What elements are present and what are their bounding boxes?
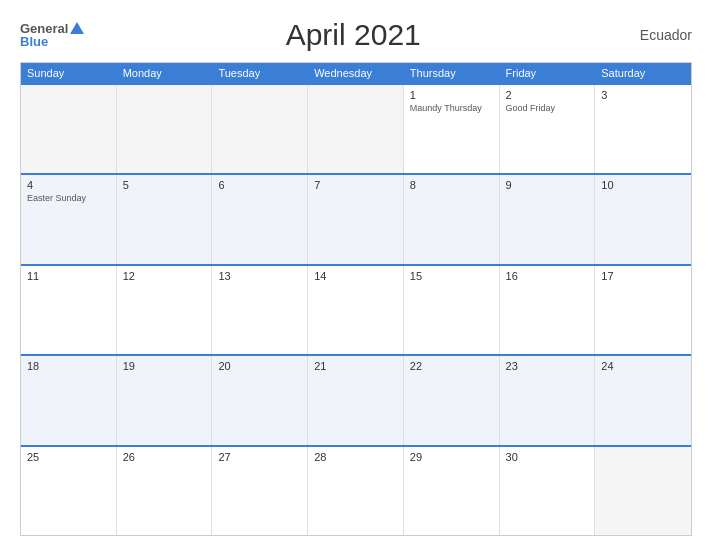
day-number: 7 bbox=[314, 179, 397, 191]
day-number: 27 bbox=[218, 451, 301, 463]
day-number: 20 bbox=[218, 360, 301, 372]
day-headers-row: SundayMondayTuesdayWednesdayThursdayFrid… bbox=[21, 63, 691, 83]
day-number: 11 bbox=[27, 270, 110, 282]
day-cell: 19 bbox=[117, 356, 213, 444]
day-number: 2 bbox=[506, 89, 589, 101]
day-number: 30 bbox=[506, 451, 589, 463]
day-number: 10 bbox=[601, 179, 685, 191]
day-cell bbox=[117, 85, 213, 173]
header: General Blue April 2021 Ecuador bbox=[20, 18, 692, 52]
day-number: 8 bbox=[410, 179, 493, 191]
day-number: 18 bbox=[27, 360, 110, 372]
day-number: 16 bbox=[506, 270, 589, 282]
day-cell bbox=[595, 447, 691, 535]
day-cell: 21 bbox=[308, 356, 404, 444]
week-row: 4Easter Sunday5678910 bbox=[21, 173, 691, 263]
day-cell bbox=[308, 85, 404, 173]
day-cell: 27 bbox=[212, 447, 308, 535]
day-number: 25 bbox=[27, 451, 110, 463]
day-cell: 12 bbox=[117, 266, 213, 354]
week-row: 252627282930 bbox=[21, 445, 691, 535]
day-cell: 16 bbox=[500, 266, 596, 354]
day-cell: 30 bbox=[500, 447, 596, 535]
day-event: Good Friday bbox=[506, 103, 589, 115]
day-cell: 15 bbox=[404, 266, 500, 354]
day-cell: 17 bbox=[595, 266, 691, 354]
day-header: Monday bbox=[117, 63, 213, 83]
day-cell: 29 bbox=[404, 447, 500, 535]
day-number: 1 bbox=[410, 89, 493, 101]
day-number: 21 bbox=[314, 360, 397, 372]
calendar-grid: SundayMondayTuesdayWednesdayThursdayFrid… bbox=[20, 62, 692, 536]
day-number: 28 bbox=[314, 451, 397, 463]
day-cell: 2Good Friday bbox=[500, 85, 596, 173]
week-row: 1Maundy Thursday2Good Friday3 bbox=[21, 83, 691, 173]
day-cell: 26 bbox=[117, 447, 213, 535]
logo-blue-text: Blue bbox=[20, 35, 48, 48]
weeks-container: 1Maundy Thursday2Good Friday34Easter Sun… bbox=[21, 83, 691, 535]
day-cell: 22 bbox=[404, 356, 500, 444]
day-header: Friday bbox=[500, 63, 596, 83]
day-event: Easter Sunday bbox=[27, 193, 110, 205]
day-number: 5 bbox=[123, 179, 206, 191]
day-cell: 1Maundy Thursday bbox=[404, 85, 500, 173]
day-cell: 9 bbox=[500, 175, 596, 263]
day-cell: 5 bbox=[117, 175, 213, 263]
day-header: Sunday bbox=[21, 63, 117, 83]
day-cell: 4Easter Sunday bbox=[21, 175, 117, 263]
calendar-title: April 2021 bbox=[84, 18, 622, 52]
day-number: 6 bbox=[218, 179, 301, 191]
day-number: 3 bbox=[601, 89, 685, 101]
day-number: 13 bbox=[218, 270, 301, 282]
day-number: 22 bbox=[410, 360, 493, 372]
day-cell: 24 bbox=[595, 356, 691, 444]
day-cell: 6 bbox=[212, 175, 308, 263]
day-number: 17 bbox=[601, 270, 685, 282]
day-header: Wednesday bbox=[308, 63, 404, 83]
day-cell: 23 bbox=[500, 356, 596, 444]
week-row: 18192021222324 bbox=[21, 354, 691, 444]
day-number: 26 bbox=[123, 451, 206, 463]
day-cell bbox=[212, 85, 308, 173]
day-cell: 13 bbox=[212, 266, 308, 354]
day-header: Tuesday bbox=[212, 63, 308, 83]
day-number: 14 bbox=[314, 270, 397, 282]
day-cell: 18 bbox=[21, 356, 117, 444]
day-header: Saturday bbox=[595, 63, 691, 83]
week-row: 11121314151617 bbox=[21, 264, 691, 354]
day-cell: 3 bbox=[595, 85, 691, 173]
day-cell: 10 bbox=[595, 175, 691, 263]
day-header: Thursday bbox=[404, 63, 500, 83]
day-cell: 28 bbox=[308, 447, 404, 535]
day-number: 29 bbox=[410, 451, 493, 463]
day-cell bbox=[21, 85, 117, 173]
day-number: 9 bbox=[506, 179, 589, 191]
day-event: Maundy Thursday bbox=[410, 103, 493, 115]
day-cell: 14 bbox=[308, 266, 404, 354]
logo: General Blue bbox=[20, 22, 84, 48]
day-cell: 11 bbox=[21, 266, 117, 354]
day-number: 4 bbox=[27, 179, 110, 191]
day-number: 23 bbox=[506, 360, 589, 372]
day-number: 19 bbox=[123, 360, 206, 372]
day-number: 24 bbox=[601, 360, 685, 372]
day-cell: 7 bbox=[308, 175, 404, 263]
country-label: Ecuador bbox=[622, 27, 692, 43]
calendar-page: General Blue April 2021 Ecuador SundayMo… bbox=[0, 0, 712, 550]
day-cell: 20 bbox=[212, 356, 308, 444]
logo-triangle-icon bbox=[70, 22, 84, 34]
day-number: 15 bbox=[410, 270, 493, 282]
day-number: 12 bbox=[123, 270, 206, 282]
day-cell: 25 bbox=[21, 447, 117, 535]
day-cell: 8 bbox=[404, 175, 500, 263]
